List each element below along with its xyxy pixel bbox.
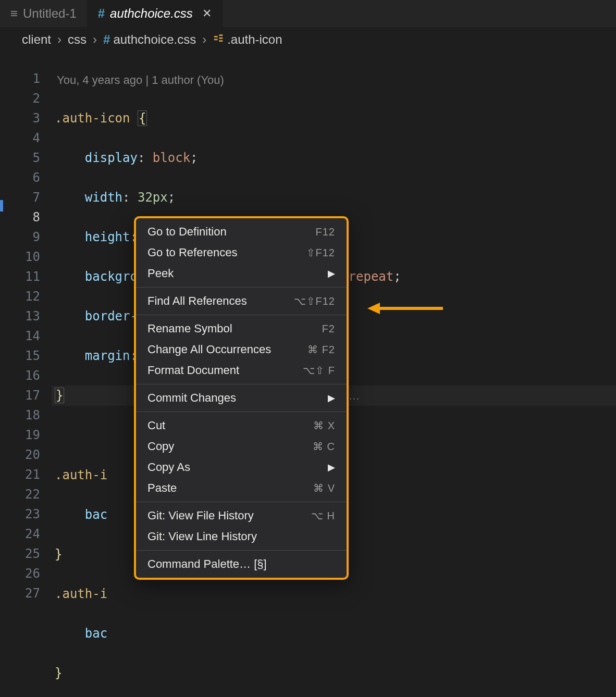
code-line: width: 32px; [55, 188, 616, 207]
breadcrumb[interactable]: client › css › # authchoice.css › .auth-… [0, 27, 616, 52]
line-number: 8 [0, 207, 40, 227]
line-number: 9 [0, 227, 40, 247]
menu-separator [136, 550, 347, 551]
chevron-right-icon: ▶ [328, 462, 335, 473]
css-file-icon: # [103, 32, 110, 47]
menu-find-all-references[interactable]: Find All References⌥⇧F12 [136, 291, 347, 312]
menu-format-document[interactable]: Format Document⌥⇧ F [136, 360, 347, 381]
line-number: 22 [0, 484, 40, 504]
menu-git-view-line-history[interactable]: Git: View Line History [136, 526, 347, 547]
menu-copy[interactable]: Copy⌘ C [136, 436, 347, 457]
crumb-css[interactable]: css [68, 32, 87, 47]
menu-separator [136, 384, 347, 384]
context-menu: Go to DefinitionF12 Go to References⇧F12… [134, 216, 349, 580]
tab-label: Untitled-1 [23, 6, 77, 21]
line-number: 6 [0, 168, 40, 188]
line-number: 3 [0, 108, 40, 128]
menu-paste[interactable]: Paste⌘ V [136, 478, 347, 499]
menu-go-to-references[interactable]: Go to References⇧F12 [136, 242, 347, 263]
tab-label: authchoice.css [110, 6, 193, 21]
chevron-right-icon: › [199, 32, 210, 47]
tab-untitled[interactable]: ≡ Untitled-1 [0, 0, 88, 27]
menu-icon: ≡ [10, 6, 18, 21]
crumb-file[interactable]: authchoice.css [113, 32, 196, 47]
line-number: 7 [0, 188, 40, 207]
css-file-icon: # [98, 6, 105, 21]
menu-separator [136, 412, 347, 412]
line-number: 4 [0, 128, 40, 148]
close-icon[interactable]: ✕ [202, 7, 212, 20]
menu-change-all-occurrences[interactable]: Change All Occurrences⌘ F2 [136, 339, 347, 360]
modified-marker [0, 200, 3, 211]
svg-marker-1 [367, 303, 380, 314]
menu-command-palette[interactable]: Command Palette… [§] [136, 554, 347, 575]
code-line: .auth-icon { [55, 108, 616, 128]
tab-bar: ≡ Untitled-1 # authchoice.css ✕ [0, 0, 616, 27]
menu-go-to-definition[interactable]: Go to DefinitionF12 [136, 221, 347, 242]
annotation-arrow-icon [367, 301, 446, 319]
menu-rename-symbol[interactable]: Rename SymbolF2 [136, 318, 347, 339]
menu-cut[interactable]: Cut⌘ X [136, 415, 347, 436]
menu-separator [136, 287, 347, 288]
line-gutter: 1 2 3 4 5 6 7 8 9 10 11 12 13 14 15 16 1… [0, 52, 55, 697]
line-number: 24 [0, 524, 40, 544]
line-number: 18 [0, 405, 40, 425]
line-number: 26 [0, 564, 40, 583]
menu-separator [136, 315, 347, 315]
menu-peek[interactable]: Peek▶ [136, 263, 347, 284]
menu-git-view-file-history[interactable]: Git: View File History⌥ H [136, 505, 347, 526]
line-number: 19 [0, 425, 40, 445]
line-number: 2 [0, 89, 40, 108]
line-number: 13 [0, 306, 40, 326]
line-number: 20 [0, 445, 40, 465]
code-line: } [55, 663, 616, 683]
line-number: 27 [0, 583, 40, 603]
menu-commit-changes[interactable]: Commit Changes▶ [136, 388, 347, 408]
line-number: 15 [0, 346, 40, 366]
menu-separator [136, 502, 347, 502]
chevron-right-icon: ▶ [328, 268, 335, 279]
code-line: .auth-i [55, 584, 616, 604]
code-line: bac [55, 624, 616, 643]
crumb-client[interactable]: client [22, 32, 51, 47]
line-number: 21 [0, 465, 40, 484]
crumb-symbol[interactable]: .auth-icon [227, 32, 282, 47]
chevron-right-icon: › [54, 32, 65, 47]
line-number: 10 [0, 247, 40, 267]
chevron-right-icon: › [90, 32, 100, 47]
line-number: 16 [0, 366, 40, 385]
menu-copy-as[interactable]: Copy As▶ [136, 457, 347, 478]
line-number: 11 [0, 267, 40, 287]
line-number: 12 [0, 287, 40, 306]
css-rule-icon [213, 32, 224, 47]
line-number: 14 [0, 326, 40, 346]
line-number: 1 [0, 69, 40, 89]
line-number: 25 [0, 544, 40, 564]
line-number: 23 [0, 504, 40, 524]
code-line: display: block; [55, 148, 616, 168]
chevron-right-icon: ▶ [328, 392, 335, 404]
tab-authchoice[interactable]: # authchoice.css ✕ [88, 0, 223, 27]
line-number: 17 [0, 385, 40, 405]
codelens-blame[interactable]: You, 4 years ago | 1 author (You) [55, 72, 616, 89]
line-number: 5 [0, 148, 40, 168]
